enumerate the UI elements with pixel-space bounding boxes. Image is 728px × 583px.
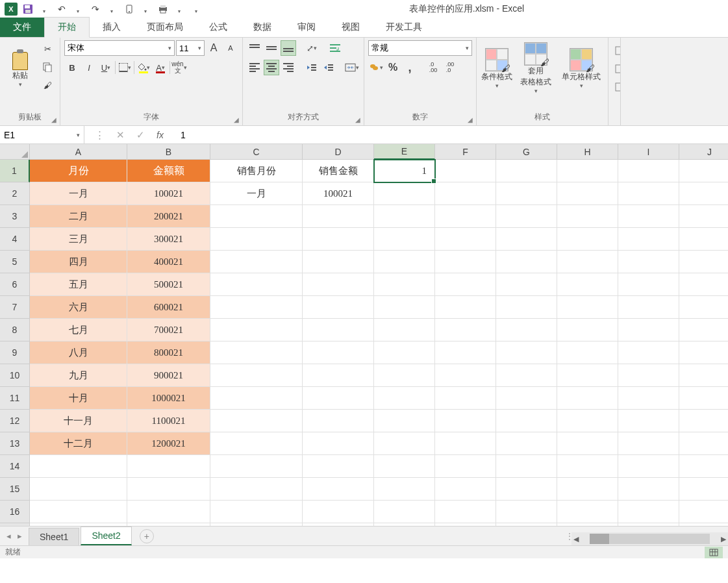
cell-B12[interactable]: 1100021	[127, 410, 210, 432]
column-header-C[interactable]: C	[210, 144, 303, 160]
cell-B10[interactable]: 900021	[127, 364, 210, 387]
number-format-select[interactable]: 常规▾	[368, 40, 472, 56]
cell-J8[interactable]	[679, 319, 728, 341]
cell-I7[interactable]	[618, 296, 679, 319]
percent-button[interactable]: %	[385, 60, 401, 75]
row-header-3[interactable]: 3	[0, 205, 30, 228]
cell-F14[interactable]	[435, 455, 496, 478]
cell-E6[interactable]	[374, 273, 435, 296]
cell-styles-button[interactable]: 单元格样式 ▾	[559, 40, 604, 96]
column-header-E[interactable]: E	[374, 144, 435, 160]
row-header-8[interactable]: 8	[0, 319, 30, 341]
column-header-H[interactable]: H	[557, 144, 618, 160]
cell-I5[interactable]	[618, 251, 679, 273]
cell-F13[interactable]	[435, 432, 496, 455]
cell-I9[interactable]	[618, 341, 679, 364]
cell-D2[interactable]: 100021	[303, 182, 374, 205]
cell-A7[interactable]: 六月	[30, 296, 127, 319]
cell-H7[interactable]	[557, 296, 618, 319]
cell-G4[interactable]	[496, 228, 557, 251]
cell-E15[interactable]	[374, 478, 435, 501]
row-header-13[interactable]: 13	[0, 432, 30, 455]
horizontal-scrollbar[interactable]: ◀ ▶	[571, 532, 728, 545]
cell-H16[interactable]	[557, 501, 618, 523]
cell-A10[interactable]: 九月	[30, 364, 127, 387]
row-header-7[interactable]: 7	[0, 296, 30, 319]
cell-D9[interactable]	[303, 341, 374, 364]
cell-D6[interactable]	[303, 273, 374, 296]
borders-button[interactable]: ▾	[117, 60, 132, 75]
cell-G5[interactable]	[496, 251, 557, 273]
cell-A5[interactable]: 四月	[30, 251, 127, 273]
cell-I11[interactable]	[618, 387, 679, 410]
undo-dropdown[interactable]: ▾	[70, 2, 87, 16]
cell-E7[interactable]	[374, 296, 435, 319]
cell-J5[interactable]	[679, 251, 728, 273]
underline-button[interactable]: U▾	[98, 60, 114, 75]
redo-dropdown[interactable]: ▾	[104, 2, 121, 16]
row-header-12[interactable]: 12	[0, 410, 30, 432]
row-header-5[interactable]: 5	[0, 251, 30, 273]
phonetic-button[interactable]: wén文▾	[171, 60, 187, 75]
cell-G7[interactable]	[496, 296, 557, 319]
cell-B11[interactable]: 1000021	[127, 387, 210, 410]
cell-D16[interactable]	[303, 501, 374, 523]
cell-G9[interactable]	[496, 341, 557, 364]
row-header-4[interactable]: 4	[0, 228, 30, 251]
cell-B8[interactable]: 700021	[127, 319, 210, 341]
cell-E16[interactable]	[374, 501, 435, 523]
decrease-indent-button[interactable]	[304, 60, 320, 75]
cell-D3[interactable]	[303, 205, 374, 228]
cell-A16[interactable]	[30, 501, 127, 523]
cell-H8[interactable]	[557, 319, 618, 341]
scroll-left-arrow[interactable]: ◀	[571, 535, 581, 543]
font-name-select[interactable]: 宋体▾	[64, 40, 175, 56]
cell-F11[interactable]	[435, 387, 496, 410]
bold-button[interactable]: B	[64, 60, 80, 75]
cell-A1[interactable]: 月份	[30, 160, 127, 182]
cell-C3[interactable]	[210, 205, 303, 228]
sheet-nav-first[interactable]: ◂	[6, 531, 11, 541]
cell-H2[interactable]	[557, 182, 618, 205]
row-header-6[interactable]: 6	[0, 273, 30, 296]
cell-D7[interactable]	[303, 296, 374, 319]
cell-J1[interactable]	[679, 160, 728, 182]
touch-mode-button[interactable]	[121, 2, 138, 16]
cell-H9[interactable]	[557, 341, 618, 364]
cell-C9[interactable]	[210, 341, 303, 364]
formula-input[interactable]: 1	[174, 126, 728, 143]
cell-H6[interactable]	[557, 273, 618, 296]
cell-E13[interactable]	[374, 432, 435, 455]
cell-J11[interactable]	[679, 387, 728, 410]
cell-B7[interactable]: 600021	[127, 296, 210, 319]
tab-formulas[interactable]: 公式	[196, 18, 240, 37]
tab-review[interactable]: 审阅	[284, 18, 329, 37]
cell-J14[interactable]	[679, 455, 728, 478]
cell-A9[interactable]: 八月	[30, 341, 127, 364]
cell-J4[interactable]	[679, 228, 728, 251]
cell-D11[interactable]	[303, 387, 374, 410]
increase-font-button[interactable]: A	[206, 40, 221, 56]
cell-J3[interactable]	[679, 205, 728, 228]
cell-A8[interactable]: 七月	[30, 319, 127, 341]
cell-B16[interactable]	[127, 501, 210, 523]
cell-E2[interactable]	[374, 182, 435, 205]
cell-G11[interactable]	[496, 387, 557, 410]
cell-B13[interactable]: 1200021	[127, 432, 210, 455]
italic-button[interactable]: I	[81, 60, 97, 75]
cell-D12[interactable]	[303, 410, 374, 432]
decrease-decimal-button[interactable]: .00.0	[442, 60, 458, 75]
cell-I8[interactable]	[618, 319, 679, 341]
row-header-1[interactable]: 1	[0, 160, 30, 182]
add-sheet-button[interactable]: +	[140, 529, 154, 543]
cell-G12[interactable]	[496, 410, 557, 432]
cell-C16[interactable]	[210, 501, 303, 523]
cell-J9[interactable]	[679, 341, 728, 364]
insert-function-button[interactable]: fx	[157, 130, 164, 140]
accept-edit-button[interactable]: ✓	[136, 129, 145, 141]
row-header-16[interactable]: 16	[0, 501, 30, 523]
cell-C7[interactable]	[210, 296, 303, 319]
cell-A13[interactable]: 十二月	[30, 432, 127, 455]
cell-E10[interactable]	[374, 364, 435, 387]
tab-developer[interactable]: 开发工具	[373, 18, 435, 37]
